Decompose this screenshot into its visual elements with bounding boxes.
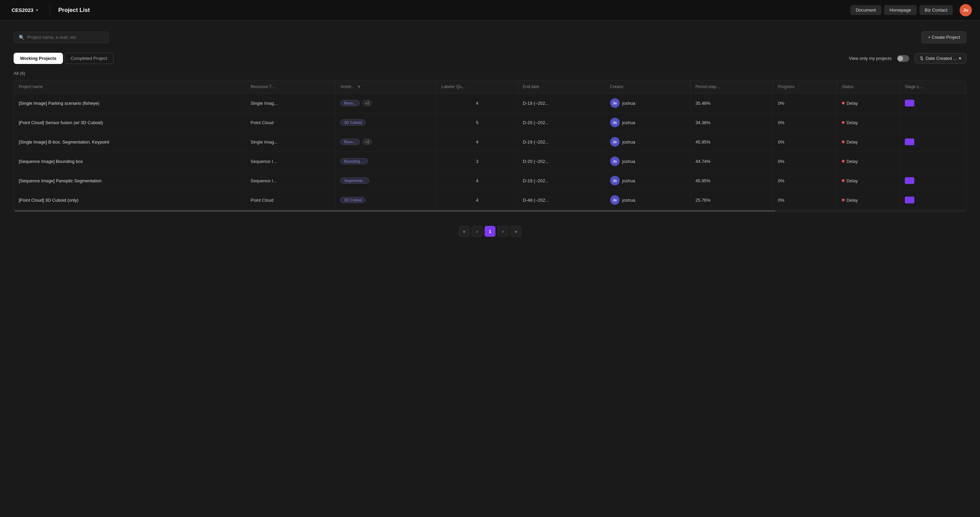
- project-table: Project name Resource T... Annot... ▼ La…: [14, 80, 966, 212]
- cell-creator: Jo joshua: [605, 94, 690, 113]
- pagination-last[interactable]: »: [511, 226, 521, 237]
- cell-stage: [900, 190, 966, 210]
- tab-completed-project[interactable]: Completed Project: [64, 53, 114, 64]
- creator-name: joshua: [622, 120, 635, 125]
- cell-status: Delay: [837, 152, 900, 171]
- cell-labeler-qty: 4: [437, 132, 518, 152]
- scrollbar-thumb: [14, 210, 775, 212]
- sort-label: Date Created ...: [926, 56, 957, 61]
- cell-annotation: Bounding ...: [336, 152, 437, 171]
- create-project-button[interactable]: + Create Project: [921, 31, 966, 43]
- pagination-current[interactable]: 1: [485, 226, 495, 237]
- table-row[interactable]: [Sequence Image] Bounding box Sequence I…: [14, 152, 966, 171]
- filter-icon: ▼: [357, 84, 361, 89]
- cell-progress: 0%: [773, 152, 837, 171]
- document-button[interactable]: Document: [850, 5, 881, 15]
- cell-project-name: [Single Image] B-box, Segmentation, Keyp…: [14, 132, 246, 152]
- creator-name: joshua: [622, 178, 635, 183]
- cell-stage: [900, 132, 966, 152]
- table-row[interactable]: [Sequence Image] Panoptic Segmentation S…: [14, 171, 966, 190]
- cell-status: Delay: [837, 190, 900, 210]
- cell-end-date: D-20 (~202...: [518, 113, 605, 132]
- cell-creator: Jo joshua: [605, 171, 690, 190]
- col-end-date[interactable]: End date: [518, 80, 605, 94]
- creator-avatar: Jo: [610, 157, 620, 166]
- cell-progress: 0%: [773, 113, 837, 132]
- header: CES2023 ▾ Project List Document Homepage…: [0, 0, 980, 21]
- cell-creator: Jo joshua: [605, 190, 690, 210]
- cell-project-name: [Single Image] Parking scenario (fisheye…: [14, 94, 246, 113]
- stage-badge: [905, 197, 914, 203]
- cell-progress: 0%: [773, 190, 837, 210]
- col-progress[interactable]: Progress: [773, 80, 837, 94]
- cell-status: Delay: [837, 113, 900, 132]
- table-row[interactable]: [Point Cloud] Sensor fusion (w/ 3D Cuboi…: [14, 113, 966, 132]
- horizontal-scrollbar[interactable]: [14, 210, 966, 212]
- pagination-prev[interactable]: ‹: [472, 226, 482, 237]
- cell-end-date: D-20 (~202...: [518, 152, 605, 171]
- table-row[interactable]: [Single Image] B-box, Segmentation, Keyp…: [14, 132, 966, 152]
- col-labeler-qty[interactable]: Labeler Qu...: [437, 80, 518, 94]
- cell-end-date: D-19 (~202...: [518, 132, 605, 152]
- cell-labeler-qty: 4: [437, 190, 518, 210]
- col-status[interactable]: Status: [837, 80, 900, 94]
- cell-labeler-qty: 4: [437, 171, 518, 190]
- avatar[interactable]: Ju: [959, 4, 972, 16]
- cell-project-name: [Point Cloud] 3D Cuboid (only): [14, 190, 246, 210]
- pagination-first[interactable]: «: [459, 226, 469, 237]
- col-creator[interactable]: Creator: [605, 80, 690, 94]
- col-stage[interactable]: Stage o...: [900, 80, 966, 94]
- search-input[interactable]: [27, 35, 104, 40]
- annotation-plus-tag: +2: [363, 139, 372, 145]
- nav-buttons: Document Homepage Biz Contact: [850, 5, 953, 15]
- tabs: Working Projects Completed Project: [14, 53, 114, 64]
- cell-end-date: D-48 (~202...: [518, 190, 605, 210]
- creator-name: joshua: [622, 101, 635, 106]
- workspace-selector[interactable]: CES2023 ▾: [8, 5, 41, 15]
- sort-button[interactable]: ⇅ Date Created ... ▾: [915, 53, 966, 63]
- status-label: Delay: [846, 120, 858, 125]
- status-dot: [842, 141, 845, 143]
- cell-creator: Jo joshua: [605, 152, 690, 171]
- cell-resource: Point Cloud: [246, 113, 336, 132]
- cell-resource: Sequence I...: [246, 152, 336, 171]
- creator-avatar: Jo: [610, 176, 620, 186]
- status-label: Delay: [846, 159, 858, 164]
- status-label: Delay: [846, 178, 858, 183]
- cell-status: Delay: [837, 171, 900, 190]
- table-row[interactable]: [Single Image] Parking scenario (fisheye…: [14, 94, 966, 113]
- status-label: Delay: [846, 198, 858, 203]
- annotation-tag: Bounding ...: [340, 158, 368, 164]
- view-only-toggle[interactable]: [897, 55, 909, 62]
- cell-resource: Single Imag...: [246, 132, 336, 152]
- cell-labeler-qty: 4: [437, 94, 518, 113]
- cell-resource: Point Cloud: [246, 190, 336, 210]
- cell-period: 44.74%: [690, 152, 773, 171]
- workspace-name: CES2023: [11, 7, 33, 13]
- homepage-button[interactable]: Homepage: [884, 5, 917, 15]
- table-row[interactable]: [Point Cloud] 3D Cuboid (only) Point Clo…: [14, 190, 966, 210]
- cell-stage: [900, 94, 966, 113]
- status-label: Delay: [846, 140, 858, 144]
- cell-end-date: D-19 (~202...: [518, 94, 605, 113]
- col-resource-type[interactable]: Resource T...: [246, 80, 336, 94]
- biz-contact-button[interactable]: Biz Contact: [920, 5, 953, 15]
- col-project-name[interactable]: Project name: [14, 80, 246, 94]
- col-annotation[interactable]: Annot... ▼: [336, 80, 437, 94]
- tab-working-projects[interactable]: Working Projects: [14, 53, 63, 64]
- cell-progress: 0%: [773, 94, 837, 113]
- pagination-next[interactable]: ›: [498, 226, 508, 237]
- annotation-tag: Boun...: [340, 139, 360, 145]
- creator-avatar: Jo: [610, 118, 620, 127]
- right-controls: View only my projects ⇅ Date Created ...…: [849, 53, 966, 63]
- top-row: 🔍 + Create Project: [14, 31, 966, 43]
- creator-name: joshua: [622, 159, 635, 164]
- cell-annotation: Segmentat...: [336, 171, 437, 190]
- col-period[interactable]: Period elap...: [690, 80, 773, 94]
- search-box: 🔍: [14, 32, 109, 43]
- cell-annotation: Boun... +2: [336, 132, 437, 152]
- status-dot: [842, 160, 845, 163]
- count-label: All (6): [14, 71, 966, 76]
- creator-avatar: Jo: [610, 98, 620, 108]
- cell-end-date: D-19 (~202...: [518, 171, 605, 190]
